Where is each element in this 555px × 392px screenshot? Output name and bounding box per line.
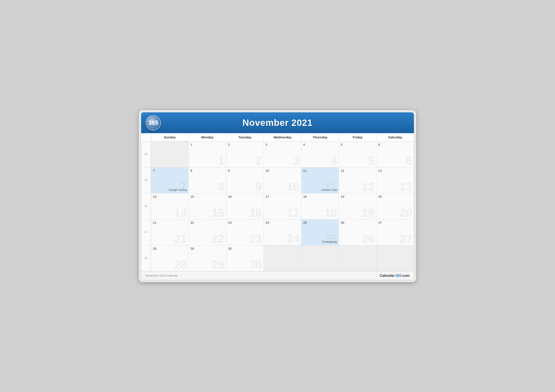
day-cell-14-w2[interactable]: 1414 [151, 193, 188, 219]
week-num-47: 47 [141, 219, 151, 245]
day-header-sunday: Sunday [151, 133, 188, 141]
day-cell-12-w1[interactable]: 1212 [339, 167, 376, 193]
day-num-27: 27 [378, 221, 412, 224]
day-cell-17-w2[interactable]: 1717 [264, 193, 301, 219]
day-num-17: 17 [266, 195, 299, 198]
holiday-label-daylight-saving: Daylight Saving [169, 188, 187, 192]
day-num-13: 13 [378, 169, 412, 172]
day-num-20: 20 [378, 195, 412, 198]
day-cell-21-w3[interactable]: 2121 [151, 219, 188, 245]
day-num-24: 24 [266, 221, 299, 224]
page-wrapper: 365 November 2021 Sunday Monday Tuesday … [139, 110, 416, 282]
day-cell-20-w2[interactable]: 2020 [376, 193, 414, 219]
logo-circle: 365 [146, 115, 161, 131]
calendar-footer: November 2021 Calendar Calendar-365.com [141, 271, 414, 280]
day-cell-27-w3[interactable]: 2727 [376, 219, 414, 245]
day-ghost-10: 10 [287, 181, 299, 192]
day-cell-24-w3[interactable]: 2424 [264, 219, 301, 245]
calendar-title: November 2021 [161, 118, 394, 128]
day-num-3: 3 [266, 143, 299, 146]
day-num-30: 30 [228, 247, 262, 250]
day-cell-18-w2[interactable]: 1818 [301, 193, 339, 219]
day-ghost-26: 26 [362, 233, 375, 244]
calendar-grid: 441122334455664577Daylight Saving8899101… [141, 142, 414, 271]
day-cell-15-w2[interactable]: 1515 [188, 193, 226, 219]
day-cell-16-w2[interactable]: 1616 [226, 193, 264, 219]
day-cell-19-w2[interactable]: 1919 [339, 193, 376, 219]
day-cell-10-w1[interactable]: 1010 [264, 167, 301, 193]
day-ghost-9: 9 [256, 181, 262, 192]
day-cell-30-w4[interactable]: 3030 [226, 245, 264, 271]
day-header-tuesday: Tuesday [226, 133, 264, 141]
day-ghost-12: 12 [362, 181, 375, 192]
day-num-26: 26 [341, 221, 374, 224]
day-header-thursday: Thursday [301, 133, 339, 141]
day-num-19: 19 [341, 195, 374, 198]
day-cell-empty-w4[interactable] [301, 245, 339, 271]
day-header-saturday: Saturday [376, 133, 414, 141]
day-num-12: 12 [341, 169, 374, 172]
day-cell-22-w3[interactable]: 2222 [188, 219, 226, 245]
day-num-22: 22 [190, 221, 224, 224]
day-num-28: 28 [153, 247, 187, 250]
day-cell-28-w4[interactable]: 2828 [151, 245, 188, 271]
day-cell-empty-w4[interactable] [376, 245, 414, 271]
footer-365-text: 365 [396, 274, 402, 278]
day-cell-empty-w4[interactable] [264, 245, 301, 271]
day-cell-5-w0[interactable]: 55 [339, 142, 376, 167]
day-num-16: 16 [228, 195, 262, 198]
week-num-45: 45 [141, 167, 151, 193]
day-num-23: 23 [228, 221, 262, 224]
day-cell-3-w0[interactable]: 33 [264, 142, 301, 167]
week-num-44: 44 [141, 142, 151, 167]
day-cell-empty-w4[interactable] [339, 245, 376, 271]
days-header-row: Sunday Monday Tuesday Wednesday Thursday… [141, 133, 414, 142]
day-ghost-4: 4 [331, 155, 337, 166]
day-ghost-24: 24 [287, 233, 299, 244]
day-num-1: 1 [190, 143, 224, 146]
day-ghost-21: 21 [174, 233, 187, 244]
day-num-21: 21 [153, 221, 187, 224]
day-num-9: 9 [228, 169, 262, 172]
day-num-14: 14 [153, 195, 187, 198]
day-ghost-2: 2 [256, 155, 262, 166]
calendar-header: 365 November 2021 [141, 112, 414, 133]
day-ghost-15: 15 [212, 207, 224, 218]
day-num-18: 18 [303, 195, 337, 198]
day-num-15: 15 [190, 195, 224, 198]
footer-left-text: November 2021 Calendar [146, 274, 178, 277]
day-ghost-30: 30 [249, 259, 262, 270]
day-ghost-23: 23 [249, 233, 262, 244]
day-cell-23-w3[interactable]: 2323 [226, 219, 264, 245]
day-num-29: 29 [190, 247, 224, 250]
day-cell-2-w0[interactable]: 22 [226, 142, 264, 167]
footer-calendar-text: Calendar- [380, 274, 396, 278]
day-ghost-18: 18 [325, 207, 337, 218]
day-cell-7-w1[interactable]: 77Daylight Saving [151, 167, 188, 193]
day-header-monday: Monday [188, 133, 226, 141]
day-num-25: 25 [303, 221, 337, 224]
day-cell-13-w1[interactable]: 1313 [376, 167, 414, 193]
day-ghost-20: 20 [400, 207, 412, 218]
day-ghost-16: 16 [249, 207, 262, 218]
day-cell-11-w1[interactable]: 1111Veterans' Day [301, 167, 339, 193]
day-ghost-19: 19 [362, 207, 375, 218]
day-num-6: 6 [378, 143, 412, 146]
day-cell-9-w1[interactable]: 99 [226, 167, 264, 193]
day-cell-26-w3[interactable]: 2626 [339, 219, 376, 245]
week-num-48: 48 [141, 245, 151, 271]
day-cell-29-w4[interactable]: 2929 [188, 245, 226, 271]
calendar-container: 365 November 2021 Sunday Monday Tuesday … [141, 112, 414, 280]
day-cell-25-w3[interactable]: 2525Thanksgiving [301, 219, 339, 245]
day-cell-8-w1[interactable]: 88 [188, 167, 226, 193]
logo-text: 365 [148, 119, 159, 126]
day-header-friday: Friday [339, 133, 376, 141]
day-num-2: 2 [228, 143, 262, 146]
day-cell-6-w0[interactable]: 66 [376, 142, 414, 167]
day-cell-empty-w0[interactable] [151, 142, 188, 167]
day-cell-1-w0[interactable]: 11 [188, 142, 226, 167]
day-ghost-17: 17 [287, 207, 299, 218]
day-ghost-1: 1 [218, 155, 224, 166]
day-cell-4-w0[interactable]: 44 [301, 142, 339, 167]
footer-dot-com-text: .com [402, 274, 409, 278]
